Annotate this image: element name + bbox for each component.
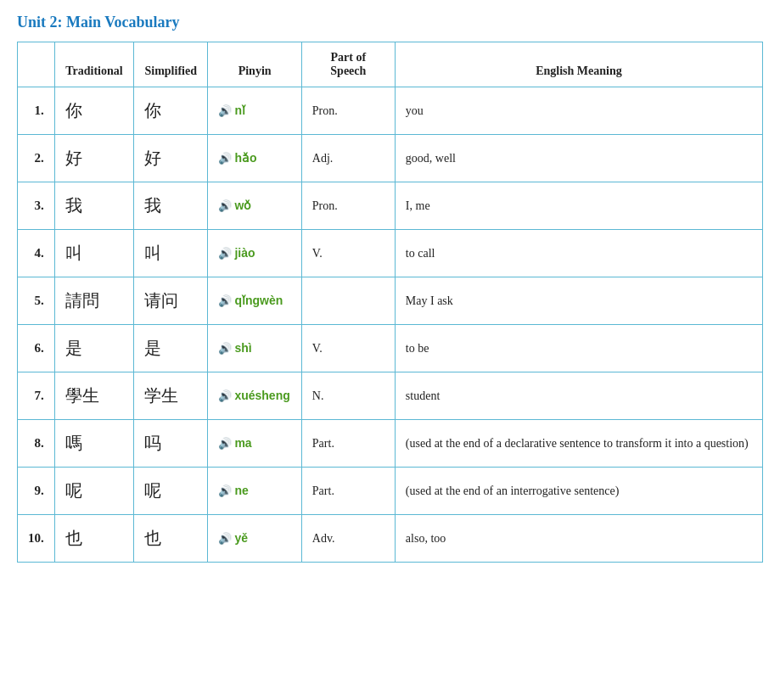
part-of-speech <box>301 277 395 325</box>
col-header-traditional: Traditional <box>54 42 133 87</box>
pinyin-cell[interactable]: 🔊nǐ <box>208 87 301 135</box>
simplified-char: 呢 <box>134 468 208 515</box>
vocabulary-table: Traditional Simplified Pinyin Part of Sp… <box>17 42 763 563</box>
row-number: 6. <box>18 325 55 372</box>
audio-icon[interactable]: 🔊 <box>218 389 232 402</box>
audio-icon[interactable]: 🔊 <box>218 199 232 212</box>
part-of-speech: V. <box>301 325 395 372</box>
part-of-speech: Part. <box>301 468 395 515</box>
part-of-speech: Part. <box>301 420 395 468</box>
part-of-speech: Pron. <box>301 182 395 230</box>
simplified-char: 叫 <box>134 230 208 277</box>
pinyin-cell[interactable]: 🔊ne <box>208 468 301 515</box>
row-number: 8. <box>18 420 55 468</box>
audio-icon[interactable]: 🔊 <box>218 342 232 355</box>
pinyin-text: ma <box>234 436 251 450</box>
col-header-pinyin: Pinyin <box>208 42 301 87</box>
table-row: 3.我我🔊wǒPron.I, me <box>18 182 763 230</box>
audio-icon[interactable]: 🔊 <box>218 294 232 307</box>
part-of-speech: Adv. <box>301 515 395 563</box>
traditional-char: 叫 <box>54 230 133 277</box>
part-of-speech: Pron. <box>301 87 395 135</box>
table-row: 5.請問请问🔊qǐngwènMay I ask <box>18 277 763 325</box>
english-meaning: to call <box>395 230 762 277</box>
pinyin-cell[interactable]: 🔊jiào <box>208 230 301 277</box>
table-row: 4.叫叫🔊jiàoV.to call <box>18 230 763 277</box>
row-number: 5. <box>18 277 55 325</box>
simplified-char: 好 <box>134 135 208 182</box>
english-meaning: you <box>395 87 762 135</box>
row-number: 9. <box>18 468 55 515</box>
pinyin-cell[interactable]: 🔊shì <box>208 325 301 372</box>
pinyin-text: yě <box>234 531 248 545</box>
row-number: 2. <box>18 135 55 182</box>
audio-icon[interactable]: 🔊 <box>218 484 232 497</box>
row-number: 1. <box>18 87 55 135</box>
audio-icon[interactable]: 🔊 <box>218 152 232 165</box>
pinyin-cell[interactable]: 🔊hǎo <box>208 135 301 182</box>
table-row: 7.學生学生🔊xuéshengN.student <box>18 372 763 420</box>
audio-icon[interactable]: 🔊 <box>218 247 232 260</box>
traditional-char: 是 <box>54 325 133 372</box>
table-row: 2.好好🔊hǎoAdj.good, well <box>18 135 763 182</box>
simplified-char: 我 <box>134 182 208 230</box>
audio-icon[interactable]: 🔊 <box>218 437 232 450</box>
pinyin-text: qǐngwèn <box>234 294 283 307</box>
part-of-speech: N. <box>301 372 395 420</box>
pinyin-text: hǎo <box>234 151 256 165</box>
simplified-char: 是 <box>134 325 208 372</box>
col-header-num <box>18 42 55 87</box>
row-number: 10. <box>18 515 55 563</box>
table-row: 8.嗎吗🔊maPart.(used at the end of a declar… <box>18 420 763 468</box>
simplified-char: 学生 <box>134 372 208 420</box>
traditional-char: 嗎 <box>54 420 133 468</box>
part-of-speech: Adj. <box>301 135 395 182</box>
col-header-simplified: Simplified <box>134 42 208 87</box>
traditional-char: 你 <box>54 87 133 135</box>
traditional-char: 好 <box>54 135 133 182</box>
traditional-char: 我 <box>54 182 133 230</box>
traditional-char: 也 <box>54 515 133 563</box>
pinyin-text: shì <box>234 341 251 355</box>
simplified-char: 你 <box>134 87 208 135</box>
english-meaning: to be <box>395 325 762 372</box>
english-meaning: also, too <box>395 515 762 563</box>
row-number: 7. <box>18 372 55 420</box>
pinyin-cell[interactable]: 🔊wǒ <box>208 182 301 230</box>
english-meaning: student <box>395 372 762 420</box>
english-meaning: I, me <box>395 182 762 230</box>
col-header-pos: Part of Speech <box>301 42 395 87</box>
audio-icon[interactable]: 🔊 <box>218 532 232 545</box>
pinyin-text: jiào <box>234 246 255 260</box>
pinyin-cell[interactable]: 🔊yě <box>208 515 301 563</box>
english-meaning: (used at the end of a declarative senten… <box>395 420 762 468</box>
table-row: 10.也也🔊yěAdv.also, too <box>18 515 763 563</box>
table-row: 6.是是🔊shìV.to be <box>18 325 763 372</box>
simplified-char: 请问 <box>134 277 208 325</box>
pinyin-text: wǒ <box>234 199 251 212</box>
traditional-char: 學生 <box>54 372 133 420</box>
traditional-char: 呢 <box>54 468 133 515</box>
table-row: 1.你你🔊nǐPron.you <box>18 87 763 135</box>
pinyin-cell[interactable]: 🔊qǐngwèn <box>208 277 301 325</box>
pinyin-cell[interactable]: 🔊ma <box>208 420 301 468</box>
row-number: 4. <box>18 230 55 277</box>
page-title: Unit 2: Main Vocabulary <box>17 14 763 31</box>
audio-icon[interactable]: 🔊 <box>218 104 232 117</box>
simplified-char: 吗 <box>134 420 208 468</box>
pinyin-text: ne <box>234 484 248 497</box>
pinyin-cell[interactable]: 🔊xuésheng <box>208 372 301 420</box>
english-meaning: (used at the end of an interrogative sen… <box>395 468 762 515</box>
pinyin-text: nǐ <box>234 104 245 117</box>
table-row: 9.呢呢🔊nePart.(used at the end of an inter… <box>18 468 763 515</box>
row-number: 3. <box>18 182 55 230</box>
pinyin-text: xuésheng <box>234 389 289 402</box>
simplified-char: 也 <box>134 515 208 563</box>
col-header-meaning: English Meaning <box>395 42 762 87</box>
traditional-char: 請問 <box>54 277 133 325</box>
english-meaning: good, well <box>395 135 762 182</box>
part-of-speech: V. <box>301 230 395 277</box>
english-meaning: May I ask <box>395 277 762 325</box>
